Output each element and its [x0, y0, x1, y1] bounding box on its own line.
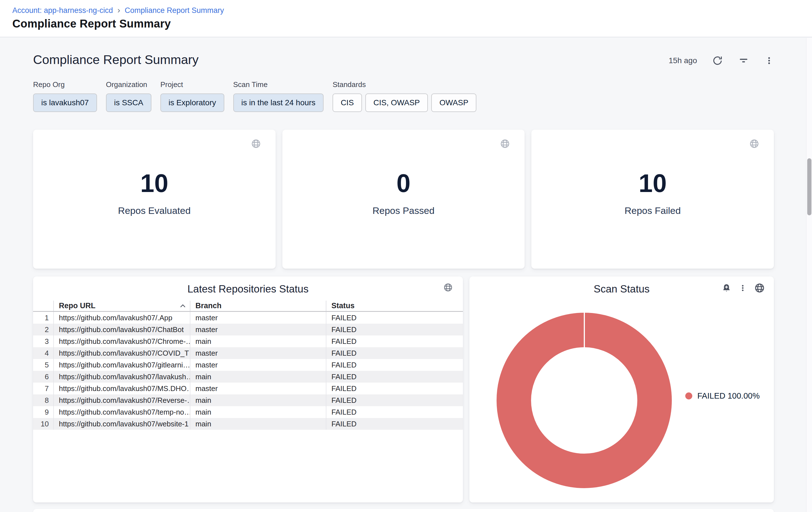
filter-chip-project[interactable]: is Exploratory: [161, 93, 224, 112]
branch-cell: master: [190, 324, 326, 335]
stat-value: 10: [33, 169, 276, 198]
status-cell: FAILED: [326, 406, 463, 418]
filter-group-project: Project is Exploratory: [161, 80, 224, 112]
table-row[interactable]: 3 https://github.com/lavakush07/Chrome-……: [33, 335, 463, 347]
breadcrumb-account-link[interactable]: Account: app-harness-ng-cicd: [12, 6, 113, 15]
breadcrumb-separator-icon: ›: [117, 6, 120, 14]
table-row[interactable]: 5 https://github.com/lavakush07/gitlearn…: [33, 359, 463, 371]
repo-url-cell: https://github.com/lavakush07/.App: [53, 312, 190, 324]
column-header-status[interactable]: Status: [326, 301, 463, 311]
branch-cell: master: [190, 383, 326, 395]
table-row[interactable]: 6 https://github.com/lavakush07/lavakush…: [33, 371, 463, 383]
repo-url-cell: https://github.com/lavakush07/lavakush…: [53, 371, 190, 383]
stat-card-repos-evaluated: 10 Repos Evaluated: [33, 130, 276, 269]
kebab-menu-icon[interactable]: [738, 284, 747, 292]
status-cell: FAILED: [326, 359, 463, 371]
latest-repositories-panel: Latest Repositories Status Repo URL: [33, 276, 463, 503]
repositories-table: Repo URL Branch Status 1 https://github.…: [33, 301, 463, 430]
branch-cell: master: [190, 312, 326, 324]
chart-legend[interactable]: FAILED 100.00%: [685, 391, 760, 401]
filter-group-organization: Organization is SSCA: [106, 80, 151, 112]
filter-label: Scan Time: [233, 80, 324, 89]
page-title: Compliance Report Summary: [12, 18, 171, 30]
dashboard-actions: 15h ago: [669, 55, 774, 66]
table-row[interactable]: 10 https://github.com/lavakush07/website…: [33, 418, 463, 430]
legend-label: FAILED 100.00%: [697, 391, 760, 401]
branch-cell: master: [190, 359, 326, 371]
repo-url-cell: https://github.com/lavakush07/MS.DHO…: [53, 383, 190, 395]
table-row[interactable]: 4 https://github.com/lavakush07/COVID_T……: [33, 347, 463, 359]
globe-icon[interactable]: [443, 283, 453, 292]
refresh-button[interactable]: [712, 55, 723, 66]
filter-label: Repo Org: [33, 80, 97, 89]
table-row[interactable]: 9 https://github.com/lavakush07/temp-no……: [33, 406, 463, 418]
filter-label: Organization: [106, 80, 151, 89]
stat-label: Repos Evaluated: [33, 205, 276, 216]
branch-cell: main: [190, 406, 326, 418]
globe-icon[interactable]: [500, 139, 510, 149]
table-row[interactable]: 1 https://github.com/lavakush07/.App mas…: [33, 312, 463, 324]
dashboard-filter-button[interactable]: [738, 55, 749, 66]
filter-chip-organization[interactable]: is SSCA: [106, 93, 151, 112]
globe-icon[interactable]: [754, 283, 765, 293]
scan-status-donut-chart[interactable]: [497, 313, 672, 488]
filter-chip-standards-owasp[interactable]: OWASP: [431, 93, 476, 112]
filter-group-repo-org: Repo Org is lavakush07: [33, 80, 97, 112]
repo-url-cell: https://github.com/lavakush07/COVID_T…: [53, 347, 190, 359]
repo-url-cell: https://github.com/lavakush07/temp-no…: [53, 406, 190, 418]
kebab-menu-icon: [764, 56, 774, 65]
stat-cards-row: 10 Repos Evaluated 0 Repos Passed 10 Rep…: [33, 130, 774, 269]
breadcrumb-page-link[interactable]: Compliance Report Summary: [125, 6, 224, 15]
bell-plus-icon[interactable]: [722, 283, 731, 293]
donut-slice-gap: [584, 313, 585, 348]
chevron-up-icon: [180, 304, 186, 308]
status-cell: FAILED: [326, 395, 463, 406]
branch-cell: master: [190, 347, 326, 359]
table-row[interactable]: 8 https://github.com/lavakush07/Reverse-…: [33, 395, 463, 406]
last-refreshed-label: 15h ago: [669, 56, 697, 65]
status-cell: FAILED: [326, 418, 463, 430]
legend-color-swatch: [685, 393, 692, 399]
status-cell: FAILED: [326, 312, 463, 324]
status-cell: FAILED: [326, 371, 463, 383]
filter-chip-standards-cis[interactable]: CIS: [332, 93, 362, 112]
table-row[interactable]: 7 https://github.com/lavakush07/MS.DHO… …: [33, 383, 463, 395]
dashboard-title: Compliance Report Summary: [33, 53, 199, 67]
filter-group-scan-time: Scan Time is in the last 24 hours: [233, 80, 324, 112]
status-cell: FAILED: [326, 324, 463, 335]
status-cell: FAILED: [326, 383, 463, 395]
stat-card-repos-failed: 10 Repos Failed: [531, 130, 774, 269]
breadcrumb: Account: app-harness-ng-cicd › Complianc…: [12, 6, 224, 15]
stat-label: Repos Failed: [531, 205, 774, 216]
table-header-row: Repo URL Branch Status: [33, 301, 463, 312]
stat-value: 10: [531, 169, 774, 198]
repo-url-cell: https://github.com/lavakush07/website-1: [53, 418, 190, 430]
dashboard-more-button[interactable]: [764, 56, 774, 65]
stat-card-repos-passed: 0 Repos Passed: [282, 130, 525, 269]
repo-url-cell: https://github.com/lavakush07/Reverse-…: [53, 395, 190, 406]
stat-value: 0: [282, 169, 525, 198]
filter-group-standards: Standards CIS CIS, OWASP OWASP: [332, 80, 476, 112]
branch-cell: main: [190, 418, 326, 430]
table-row[interactable]: 2 https://github.com/lavakush07/ChatBot …: [33, 324, 463, 335]
repo-url-cell: https://github.com/lavakush07/gitlearni…: [53, 359, 190, 371]
compliance-dashboard-screen: Account: app-harness-ng-cicd › Complianc…: [0, 0, 812, 512]
column-header-repo-url[interactable]: Repo URL: [53, 301, 190, 311]
filter-chip-repo-org[interactable]: is lavakush07: [33, 93, 97, 112]
table-panel-title: Latest Repositories Status: [33, 283, 463, 295]
filter-label: Standards: [332, 80, 476, 89]
app-header: Account: app-harness-ng-cicd › Complianc…: [0, 0, 812, 37]
column-header-branch[interactable]: Branch: [190, 301, 326, 311]
branch-cell: main: [190, 335, 326, 347]
globe-icon[interactable]: [749, 139, 759, 149]
status-cell: FAILED: [326, 347, 463, 359]
filter-chip-standards-cis-owasp[interactable]: CIS, OWASP: [365, 93, 428, 112]
vertical-scrollbar-track[interactable]: [806, 38, 812, 512]
next-panel-partial: [33, 509, 774, 512]
vertical-scrollbar-thumb[interactable]: [807, 158, 811, 215]
filter-bar: Repo Org is lavakush07 Organization is S…: [33, 80, 476, 112]
filter-label: Project: [161, 80, 224, 89]
status-cell: FAILED: [326, 335, 463, 347]
globe-icon[interactable]: [251, 139, 261, 149]
filter-chip-scan-time[interactable]: is in the last 24 hours: [233, 93, 324, 112]
